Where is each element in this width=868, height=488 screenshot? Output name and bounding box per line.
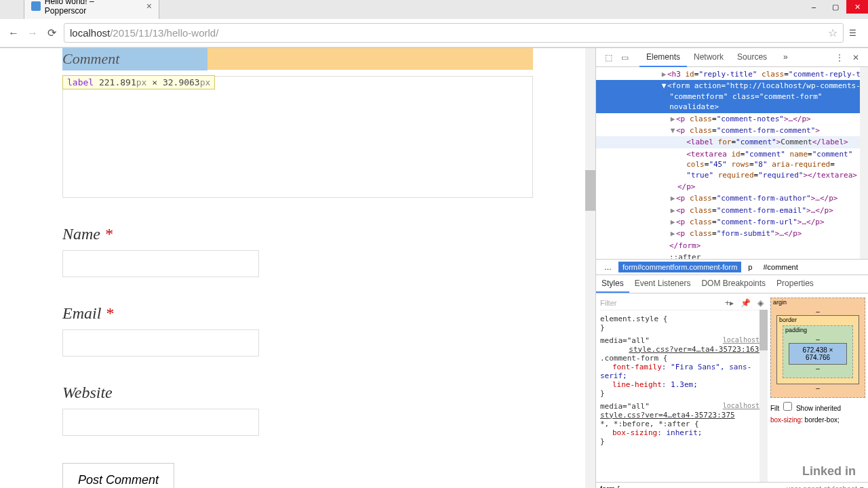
website-label: Website xyxy=(62,384,533,402)
tab-properties[interactable]: Properties xyxy=(771,275,819,293)
show-inherited-checkbox[interactable] xyxy=(783,402,792,411)
window-controls: – ▢ ✕ xyxy=(803,0,868,14)
breadcrumb-comment[interactable]: #comment xyxy=(759,262,802,272)
styles-scrollbar[interactable] xyxy=(760,310,768,483)
browser-tab[interactable]: Hello world! – Popperscor × xyxy=(24,0,159,19)
tabs-overflow-icon[interactable]: » xyxy=(776,48,795,67)
tab-network[interactable]: Network xyxy=(687,48,730,67)
hamburger-menu-icon[interactable]: ☰ xyxy=(849,28,861,38)
page-scrollbar[interactable] xyxy=(585,48,595,488)
tab-dom-breakpoints[interactable]: DOM Breakpoints xyxy=(696,275,771,293)
window-minimize-button[interactable]: – xyxy=(803,0,825,14)
devtools-menu-icon[interactable]: ⋮ xyxy=(831,49,848,66)
name-input[interactable] xyxy=(62,250,259,277)
styles-pane[interactable]: Filter +▸ 📌 ◈ element.style { } localhos… xyxy=(596,293,768,483)
reload-button[interactable]: ⟳ xyxy=(45,26,58,40)
devtools-panel: ⬚ ▭ Elements Network Sources » ⋮ ✕ ▶<h3 … xyxy=(595,48,868,488)
website-input[interactable] xyxy=(62,409,259,436)
breadcrumb-overflow[interactable]: … xyxy=(600,262,616,272)
back-button[interactable]: ← xyxy=(7,26,20,40)
address-bar: ← → ⟳ localhost/2015/11/13/hello-world/ … xyxy=(0,19,868,47)
comment-label: Comment xyxy=(62,48,208,70)
watermark: Linked in xyxy=(798,463,860,480)
comment-form: Comment label 221.891px × 32.9063px Name… xyxy=(0,48,595,488)
inspect-element-icon[interactable]: ⬚ xyxy=(600,49,616,66)
box-model-pane: argin – border padding – 672.438 × 674.7… xyxy=(768,293,868,483)
comment-textarea[interactable] xyxy=(62,76,533,198)
browser-chrome: Hello world! – Popperscor × – ▢ ✕ ← → ⟳ … xyxy=(0,0,868,48)
elements-tree[interactable]: ▶<h3 id="reply-title" class="comment-rep… xyxy=(596,67,868,259)
elements-scrollbar[interactable] xyxy=(860,67,868,259)
device-mode-icon[interactable]: ▭ xyxy=(616,49,633,66)
inspect-highlight: Comment xyxy=(62,48,533,70)
tab-styles[interactable]: Styles xyxy=(596,275,629,293)
favicon-icon xyxy=(31,1,41,11)
selected-node-form[interactable]: ▼<form action="http://localhost/wp-comme… xyxy=(596,80,868,113)
breadcrumb-p[interactable]: p xyxy=(744,262,756,272)
tab-event-listeners[interactable]: Event Listeners xyxy=(629,275,696,293)
email-input[interactable] xyxy=(62,329,259,357)
devtools-close-icon[interactable]: ✕ xyxy=(848,49,864,66)
bookmark-star-icon[interactable]: ☆ xyxy=(828,26,837,39)
styles-tabs: Styles Event Listeners DOM Breakpoints P… xyxy=(596,274,868,293)
pin-icon[interactable]: 📌 xyxy=(741,298,751,308)
name-label: Name * xyxy=(62,225,533,243)
tab-close-icon[interactable]: × xyxy=(146,1,152,12)
styles-footer: form { user agent stylesheet ▾ xyxy=(596,482,868,488)
window-close-button[interactable]: ✕ xyxy=(846,0,868,14)
tab-sources[interactable]: Sources xyxy=(730,48,774,67)
inspect-tooltip: label 221.891px × 32.9063px xyxy=(62,75,215,89)
new-style-rule-icon[interactable]: +▸ xyxy=(725,298,734,308)
tab-bar: Hello world! – Popperscor × – ▢ ✕ xyxy=(0,0,868,19)
tab-title: Hello world! – Popperscor xyxy=(45,0,137,16)
email-label: Email * xyxy=(62,304,533,323)
page-viewport: Comment label 221.891px × 32.9063px Name… xyxy=(0,48,595,488)
box-model-content: 672.438 × 674.766 xyxy=(789,343,847,365)
styles-filter-input[interactable]: Filter xyxy=(600,299,616,307)
breadcrumb-selected[interactable]: form#commentform.comment-form xyxy=(618,262,741,272)
devtools-header: ⬚ ▭ Elements Network Sources » ⋮ ✕ xyxy=(596,48,868,67)
url-host: localhost xyxy=(70,27,110,39)
window-maximize-button[interactable]: ▢ xyxy=(825,0,846,14)
tab-elements[interactable]: Elements xyxy=(639,48,687,67)
hovered-node-label[interactable]: <label for="comment">Comment</label> xyxy=(596,136,868,148)
url-input[interactable]: localhost/2015/11/13/hello-world/ ☆ xyxy=(64,23,844,43)
elements-breadcrumb: … form#commentform.comment-form p #comme… xyxy=(596,259,868,274)
url-path: /2015/11/13/hello-world/ xyxy=(110,27,218,39)
forward-button[interactable]: → xyxy=(26,26,39,40)
toggle-state-icon[interactable]: ◈ xyxy=(757,298,764,308)
page-scroll-thumb[interactable] xyxy=(585,170,595,211)
post-comment-button[interactable]: Post Comment xyxy=(62,463,174,488)
